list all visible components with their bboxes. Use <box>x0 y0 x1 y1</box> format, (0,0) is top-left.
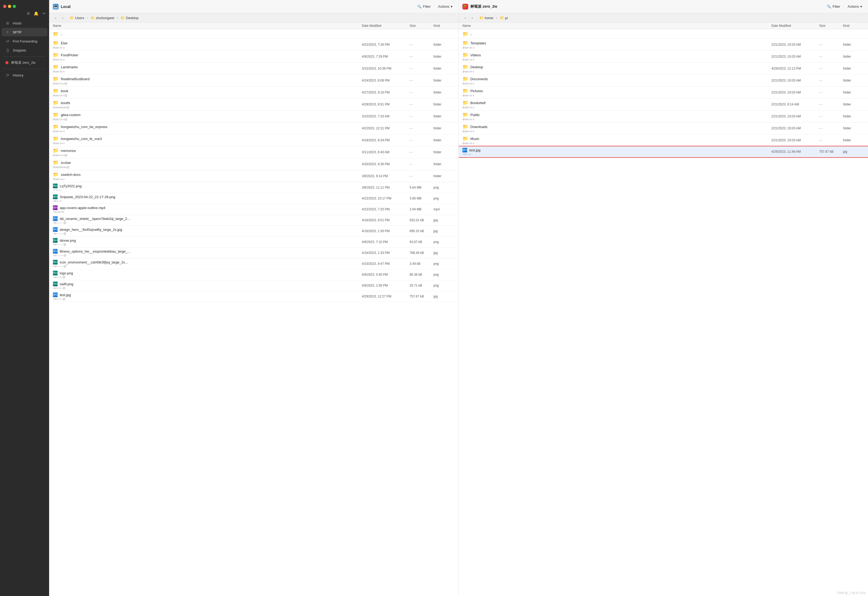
file-row[interactable]: PNGLqTy2021.png-r--r--r--3/8/2023, 11:11… <box>49 182 458 193</box>
file-row[interactable]: PNGlogo.png-rw-r--f--@4/9/2023, 5:40 PM8… <box>49 269 458 280</box>
local-breadcrumb-users-label: Users <box>75 16 84 20</box>
file-row[interactable]: JPGfitness_options_hw__esqzsmkekbau_larg… <box>49 247 458 259</box>
remote-col-date: Date Modified <box>771 24 819 28</box>
file-kind: png <box>434 186 455 189</box>
local-actions-button[interactable]: Actions ▾ <box>436 3 455 10</box>
file-row[interactable]: 📁Documentsdrwxr-xr-x2/21/2023, 10:03 AM-… <box>459 75 868 87</box>
file-row[interactable]: 📁Desktopdrwxr-xr-x4/29/2023, 12:13 PM- -… <box>459 63 868 75</box>
close-button[interactable] <box>3 5 6 8</box>
file-name: icon_environment__czk40k3fjfyq_large_2x.… <box>60 260 128 264</box>
sidebar-item-hosts[interactable]: ⊞ Hosts <box>1 19 47 27</box>
local-forward-button[interactable]: › <box>60 15 66 21</box>
file-date: 3/11/2023, 6:40 AM <box>362 150 410 154</box>
remote-filter-button[interactable]: 🔍 Filter <box>825 3 842 10</box>
file-permissions: -rw-r--r-- <box>53 200 362 203</box>
sidebar-item-snippets[interactable]: {} Snippets <box>1 46 47 55</box>
file-row[interactable]: 📁Videosdrwxr-xr-x2/21/2023, 10:03 AM- -f… <box>459 51 868 63</box>
file-date: 4/22/2023, 7:20 PM <box>362 207 410 211</box>
file-kind: folder <box>843 114 864 118</box>
file-row[interactable]: 📁Musicdrwxr-xr-x2/21/2023, 10:03 AM- -fo… <box>459 135 868 146</box>
file-name: .. <box>470 32 472 36</box>
file-name: Landmarks <box>61 65 78 69</box>
file-row[interactable]: PNGswift.png-rw-r--r--@4/9/2023, 1:56 PM… <box>49 280 458 291</box>
local-breadcrumb-users[interactable]: 📁 Users <box>68 15 86 21</box>
remote-breadcrumb: ‹ › 📁 home › 📁 pi <box>459 13 868 22</box>
remote-pane-actions: 🔍 Filter Actions ▾ <box>825 3 864 10</box>
breadcrumb-sep-2: › <box>117 16 118 20</box>
file-row[interactable]: 📁bookdrwxr-xr-x@4/27/2023, 9:16 PM- -fol… <box>49 87 458 99</box>
local-back-button[interactable]: ‹ <box>53 15 59 21</box>
sidebar-item-sftp[interactable]: ↑ SFTP <box>1 28 47 36</box>
file-row[interactable]: PNGSnipaste_2023-04-22_22-17-28.png-rw-r… <box>49 193 458 204</box>
file-row[interactable]: 📁RealtimeBusBoarddrwxr-xr-x@4/24/2023, 8… <box>49 75 458 87</box>
file-row[interactable]: 📁Landmarksdrwxr-xr-x3/15/2023, 10:36 PM-… <box>49 63 458 75</box>
file-date: 4/27/2023, 9:16 PM <box>362 90 410 94</box>
file-row[interactable]: 📁Bookshelfdrwxr-xr-x2/21/2023, 9:14 AM- … <box>459 99 868 111</box>
file-row[interactable]: 📁hongweizhu_com_be_expressdrwxr-xr-x4/2/… <box>49 123 458 135</box>
file-kind: folder <box>434 114 455 118</box>
home-folder-icon: 📁 <box>480 16 484 20</box>
file-row[interactable]: 📁xccbardrwxrwxrwx@4/20/2023, 9:36 PM- -f… <box>49 158 458 170</box>
file-kind: folder <box>434 138 455 142</box>
file-row[interactable]: JPGtest.jpg-rw-r--r--@4/29/2023, 12:27 P… <box>49 291 458 302</box>
file-name: logo.png <box>60 271 73 275</box>
remote-col-kind: Kind <box>843 24 864 28</box>
file-kind: png <box>434 273 455 277</box>
local-filter-button[interactable]: 🔍 Filter <box>415 3 433 10</box>
remote-breadcrumb-home-label: home <box>485 16 493 20</box>
file-row[interactable]: 📁Downloadsdrwxr-xr-x2/21/2023, 10:03 AM-… <box>459 123 868 135</box>
file-row[interactable]: 📁xswitch-docsdrwxr-xr-x3/9/2023, 9:14 PM… <box>49 170 458 182</box>
file-row[interactable]: JPGdesign_hero__fts45zjcwt6y_large_2x.jp… <box>49 226 458 237</box>
settings-icon[interactable]: ⚙ <box>27 11 30 16</box>
remote-breadcrumb-pi[interactable]: 📁 pi <box>498 15 509 21</box>
file-permissions: -rw--------@ <box>53 254 362 257</box>
file-row[interactable]: 📁.. <box>459 29 868 39</box>
file-row[interactable]: PNGicon_environment__czk40k3fjfyq_large_… <box>49 259 458 269</box>
maximize-button[interactable] <box>13 5 16 8</box>
file-permissions: drwxr-xr-x@ <box>53 94 362 97</box>
file-row[interactable]: 📁Publicdrwxr-xr-x2/21/2023, 10:03 AM- -f… <box>459 111 868 123</box>
file-kind: folder <box>434 126 455 130</box>
file-kind: folder <box>434 78 455 82</box>
sftp-icon: ↑ <box>5 30 10 34</box>
file-row[interactable]: PNGdinner.png-rw--------@4/9/2023, 7:10 … <box>49 237 458 247</box>
file-size: - - <box>410 114 434 118</box>
remote-back-button[interactable]: ‹ <box>462 15 468 21</box>
remote-forward-button[interactable]: › <box>469 15 475 21</box>
file-name: dinner.png <box>60 238 76 243</box>
traffic-lights <box>0 3 49 10</box>
file-row[interactable]: JPGdd_ceramic_shield__lqann7bwb2qi_large… <box>49 215 458 226</box>
file-row[interactable]: 📁Templatesdrwxr-xr-x2/21/2023, 10:03 AM-… <box>459 39 868 51</box>
local-breadcrumb-desktop[interactable]: 📁 Desktop <box>119 15 140 21</box>
remote-actions-button[interactable]: Actions ▾ <box>846 3 864 10</box>
desktop-folder-icon: 📁 <box>121 16 125 20</box>
file-row[interactable]: 📁bootfsdrwxrwxrwx@4/28/2023, 8:51 PM- -f… <box>49 99 458 111</box>
history-icon: ⟳ <box>5 73 10 77</box>
bell-icon[interactable]: 🔔 <box>34 11 39 16</box>
remote-breadcrumb-home[interactable]: 📁 home <box>478 15 495 21</box>
remote-pane: 🍓 树莓派 zero_2w 🔍 Filter Actions ▾ ‹ › <box>458 0 868 596</box>
file-row[interactable]: 📁memorizedrwxr-xr-x@3/11/2023, 6:40 AM- … <box>49 146 458 158</box>
file-row[interactable]: 📁Picturesdrwxr-xr-x2/21/2023, 10:03 AM- … <box>459 87 868 99</box>
file-row[interactable]: 📁Elsedrwxr-xr-x4/22/2023, 7:26 PM- -fold… <box>49 39 458 51</box>
file-row[interactable]: 📁FoodPickerdrwxr-xr-x4/9/2023, 7:29 PM- … <box>49 51 458 63</box>
file-kind: jpg <box>434 229 455 233</box>
minimize-button[interactable] <box>8 5 11 8</box>
local-pane-actions: 🔍 Filter Actions ▾ <box>415 3 455 10</box>
file-size: 63.67 kB <box>410 240 434 244</box>
file-row[interactable]: 📁hongweizhu_com_fe_vue3drwxr-xr-x4/18/20… <box>49 135 458 146</box>
file-row[interactable]: JPGtest.jpg-rw-r--r--4/29/2023, 11:49 AM… <box>459 146 868 157</box>
file-date: 2/21/2023, 10:03 AM <box>771 43 819 46</box>
file-size: - - <box>410 67 434 70</box>
file-row[interactable]: 📁.. <box>49 29 458 39</box>
compose-icon[interactable]: ✏ <box>43 11 46 16</box>
sidebar-host-raspberry[interactable]: 树莓派 zero_2w <box>1 58 47 67</box>
file-row[interactable]: 📁gitea-customdrwxr-xr-x@3/10/2023, 7:33 … <box>49 111 458 123</box>
sidebar-item-history[interactable]: ⟳ History <box>1 71 47 80</box>
sidebar-item-port-forwarding[interactable]: ⇄ Port Forwarding <box>1 37 47 46</box>
file-permissions: -rw--------@ <box>53 243 362 246</box>
local-col-kind: Kind <box>434 24 455 28</box>
file-row[interactable]: MP4app-covers-apple-outline.mp4-rw-rw-rw… <box>49 204 458 215</box>
local-breadcrumb-zhuhongwei[interactable]: 📁 zhuhongwei <box>89 15 116 21</box>
file-date: 3/9/2023, 9:14 PM <box>362 174 410 178</box>
